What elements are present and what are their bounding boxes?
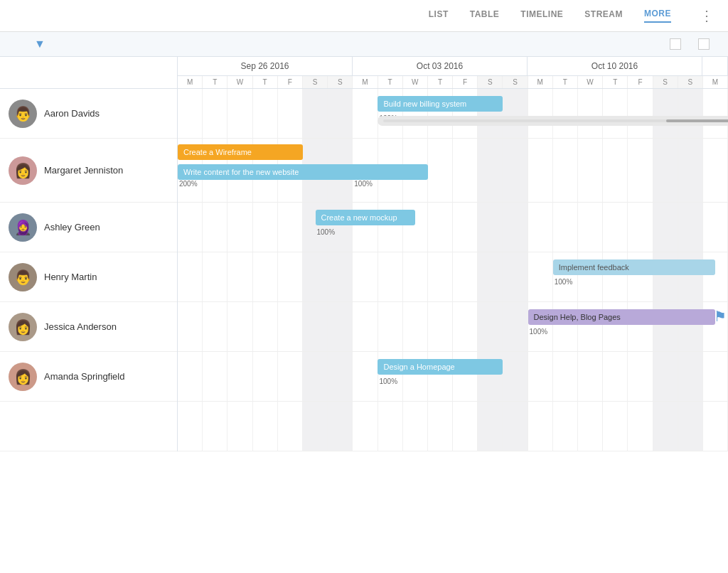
show-backlog-toggle[interactable] <box>698 38 714 50</box>
app-header: LIST TABLE TIMELINE STREAM MORE ⋮ <box>0 0 728 32</box>
day-bg-col <box>703 203 728 252</box>
day-bg-col <box>603 352 628 401</box>
more-options-icon[interactable]: ⋮ <box>700 9 714 23</box>
day-bg-col <box>328 252 353 301</box>
scrollbar-overlay: ⊞ ⊙ <box>378 116 728 126</box>
flag-icon: ⚑ <box>714 308 727 325</box>
avatar-margaret: 👩 <box>9 156 37 185</box>
day-bg-col <box>228 89 252 138</box>
day-bg-col <box>653 89 678 138</box>
task-bar-3-0[interactable]: Implement feedback <box>553 259 716 275</box>
day-bg-col <box>478 139 503 202</box>
day-bg-col <box>628 203 653 252</box>
day-bg-col <box>628 139 653 202</box>
day-bg-col <box>353 252 378 301</box>
filter-icon[interactable]: ▼ <box>34 38 46 50</box>
day-bg-col <box>678 139 703 202</box>
chart-row-0: Build new billing system100% ⊞ ⊙ <box>178 89 728 139</box>
day-bg-col <box>628 352 653 401</box>
day-bg-col <box>528 139 553 202</box>
day-s2: S <box>328 76 353 88</box>
day-bg-col <box>203 203 228 252</box>
backlog-checkbox[interactable] <box>698 38 710 50</box>
day-bg-col <box>253 203 278 252</box>
day-bg-col <box>178 89 203 138</box>
day-bg-col <box>678 89 703 138</box>
day-bg-col <box>428 203 453 252</box>
week-sep26: Sep 26 2016 <box>178 57 353 75</box>
day-m1: M <box>178 76 203 88</box>
day-bg-col <box>353 352 378 401</box>
day-bg-col <box>503 203 528 252</box>
day-bg-col <box>228 252 252 301</box>
person-row-margaret: 👩 Margaret Jenniston <box>0 139 177 203</box>
chart-rows: Build new billing system100% ⊞ ⊙Create a… <box>178 89 728 451</box>
day-bg-col <box>703 402 728 451</box>
day-bg-col <box>678 402 703 451</box>
day-bg-col <box>478 252 503 301</box>
day-bg-col <box>653 352 678 401</box>
nav-stream[interactable]: STREAM <box>584 9 623 22</box>
day-bg-col <box>603 402 628 451</box>
person-row-ashley: 🧕 Ashley Green <box>0 203 177 252</box>
nav-timeline[interactable]: TIMELINE <box>520 9 563 22</box>
task-bar-1-0[interactable]: Create a Wireframe <box>178 144 303 160</box>
day-bg-col <box>603 139 628 202</box>
day-bg-col <box>403 402 428 451</box>
day-bg-col <box>503 252 528 301</box>
day-bg-col <box>228 203 252 252</box>
person-row-jessica: 👩 Jessica Anderson <box>0 302 177 352</box>
day-bg-col <box>453 402 478 451</box>
day-bg-col <box>203 89 228 138</box>
overdue-checkbox[interactable] <box>670 38 681 50</box>
day-s6: S <box>678 76 703 88</box>
day-w2: W <box>403 76 428 88</box>
nav-more[interactable]: MORE <box>644 9 671 23</box>
day-bg-col <box>178 252 203 301</box>
nav-table[interactable]: TABLE <box>470 9 500 22</box>
day-t3: T <box>378 76 403 88</box>
week-oct10: Oct 10 2016 <box>528 57 702 75</box>
person-row-henry: 👨 Henry Martin <box>0 252 177 302</box>
chart-row-2: Create a new mockup100% <box>178 203 728 252</box>
day-bg-col <box>503 352 528 401</box>
day-bg-col <box>453 139 478 202</box>
nav-list[interactable]: LIST <box>429 9 449 22</box>
day-bg-col <box>628 89 653 138</box>
gantt-chart: Sep 26 2016 Oct 03 2016 Oct 10 2016 M T … <box>0 57 728 451</box>
day-bg-col <box>378 402 403 451</box>
day-bg-col <box>578 203 603 252</box>
day-bg-col <box>453 302 478 351</box>
day-bg-col <box>303 352 328 401</box>
day-bg-col <box>528 89 553 138</box>
person-name-amanda: Amanda Springfield <box>44 371 124 382</box>
task-bar-5-0[interactable]: Design a Homepage <box>378 359 503 375</box>
day-bg-col <box>503 402 528 451</box>
task-bar-0-0[interactable]: Build new billing system <box>378 96 503 112</box>
day-bg-col <box>503 139 528 202</box>
day-bg-col <box>628 402 653 451</box>
task-bar-4-0[interactable]: Design Help, Blog Pages <box>528 309 716 325</box>
toolbar-right <box>670 38 714 50</box>
day-bg-col <box>253 252 278 301</box>
names-column: 👨 Aaron Davids 👩 Margaret Jenniston 🧕 As… <box>0 89 178 451</box>
overdue-color-toggle[interactable] <box>670 38 685 50</box>
day-bg-col <box>653 402 678 451</box>
person-row-aaron: 👨 Aaron Davids <box>0 89 177 139</box>
day-bg-col <box>528 252 553 301</box>
day-bg-col <box>353 89 378 138</box>
day-bg-col <box>453 203 478 252</box>
day-f2: F <box>453 76 478 88</box>
day-bg-col <box>328 89 353 138</box>
main-nav: LIST TABLE TIMELINE STREAM MORE ⋮ <box>429 9 714 23</box>
day-t1: T <box>203 76 228 88</box>
day-bg-col <box>478 203 503 252</box>
task-percent-1-0: 200% <box>179 180 198 188</box>
day-bg-col <box>603 89 628 138</box>
day-bg-col <box>553 203 578 252</box>
task-bar-2-0[interactable]: Create a new mockup <box>316 210 416 225</box>
day-bg-col <box>228 302 252 351</box>
day-bg-col <box>703 139 728 202</box>
task-bar-1-1[interactable]: Write content for the new website <box>178 164 428 180</box>
day-s4: S <box>503 76 528 88</box>
